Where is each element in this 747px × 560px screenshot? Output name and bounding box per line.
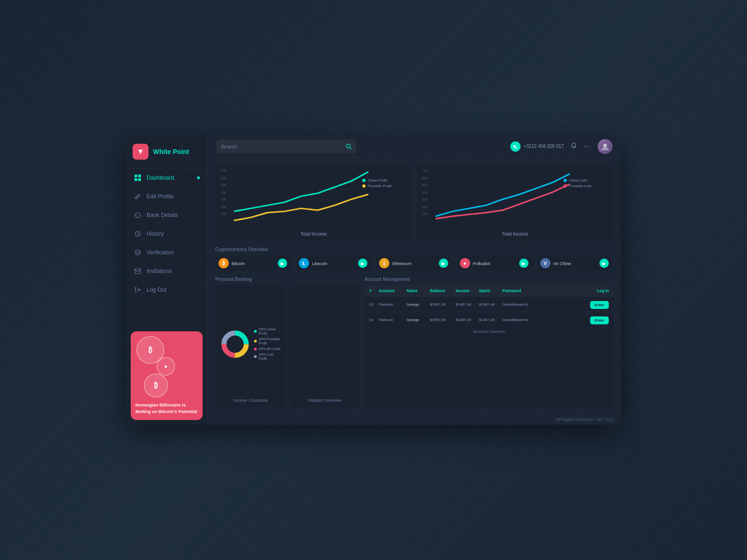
td-id-2: 02 [369,318,379,322]
footer-text: All Rights Reserved / WP 2021 [556,417,613,422]
personal-banking-section: Personal Banking [215,277,360,407]
chart-svg-right [436,169,570,230]
bitcoin-name: Bitcoin [232,261,245,266]
crypto-bitcoin[interactable]: ₿ Bitcoin ▶ [215,255,292,271]
history-label: History [147,231,164,237]
sidebar-header: ▼ White Point [126,135,207,168]
ethereum-arrow[interactable]: ▶ [439,259,448,268]
litecoin-arrow[interactable]: ▶ [358,259,367,268]
mini-cards-row: 25% Clean Profit 25% Possible Profit [215,285,360,407]
bottom-row: Personal Banking [215,277,613,407]
clean-lost-label: Clean Lost [569,178,587,182]
logo-icon: ▼ [133,144,148,160]
td-login-1: Enter [542,300,609,309]
polkadot-arrow[interactable]: ▶ [519,259,529,268]
footer: All Rights Reserved / WP 2021 [208,414,621,425]
promo-coin-2: ● [156,357,175,376]
chart-legend-right: Clean Lost Possible Lost [564,178,608,188]
legend-lost-profit [254,355,257,358]
sidebar-item-bank-details[interactable]: i Bank Details [126,206,207,224]
svg-rect-3 [138,178,141,181]
crypto-ethereum[interactable]: Ξ Ethereum ▶ [376,255,452,271]
possible-lost-dot [564,184,567,188]
sidebar: ▼ White Point Dashboard [126,135,208,425]
dashboard: ▼ White Point Dashboard [126,135,621,425]
logout-label: Log Out [147,287,167,293]
bitcoin-arrow[interactable]: ▶ [278,259,287,268]
clean-profit-dot [362,179,366,182]
legend-clean-profit [254,330,257,333]
crypto-polkadot[interactable]: ● Polkadot ▶ [457,255,533,271]
promo-card: ₿ ● ₿ Norwegian Billionaire Is Betting o… [131,331,203,420]
account-section-title: Account Management [365,277,613,282]
td-balance-2: $3567,06 [430,318,456,322]
legend-lost-profit-label: 25% Lost Profit [259,352,281,361]
accounts-overview-label: Accounts Overview [365,327,613,336]
svg-rect-0 [134,175,137,177]
bitcoin-icon: ₿ [218,258,229,268]
th-spent: Spent [479,288,502,293]
notification-icon[interactable] [571,142,577,150]
td-login-2: Enter [542,315,609,324]
chart-legend-left: Clean Profit Possible Profit [362,178,407,188]
chart-total-income-left: 70k 60k 50k 40k 30k 20k 10k [215,164,412,241]
phone-icon [510,141,521,152]
phone-badge: +3212 458 326 017 [510,141,564,152]
svg-point-27 [227,336,243,352]
invitations-icon [134,267,142,275]
possible-lost-label: Possible Lost [569,184,592,188]
litecoin-name: Litecoin [312,261,327,266]
th-name: Name [407,288,430,293]
nav-menu: Dashboard Edit Profile [126,168,207,299]
history-icon [134,230,142,238]
vechine-arrow[interactable]: ▶ [599,259,609,268]
possible-profit-label: Possible Profit [368,184,392,188]
banking-title: Personal Banking [215,277,360,282]
sidebar-item-history[interactable]: History [126,224,207,243]
svg-text:i: i [136,214,137,217]
enter-button-1[interactable]: Enter [590,301,609,309]
legend-clean-profit-label: 25% Clean Profit [259,327,281,336]
sidebar-item-verification[interactable]: Verification [126,243,207,262]
topbar-right: +3212 458 326 017 ··· [510,139,613,154]
y-labels-right: 70k 60k 50k 40k 30k 20k 10k [423,169,435,216]
enter-button-2[interactable]: Enter [590,316,609,324]
possible-profit-dot [362,184,366,188]
table-header: # Account Name Balance Income Spent Pass… [365,285,613,296]
chart-title-left: Total Income [221,231,407,237]
legend-all-costs-label: 25% All Costs [259,347,280,351]
account-section: Account Management # Account Name Balanc… [365,277,613,407]
sidebar-item-dashboard[interactable]: Dashboard [126,168,207,187]
crypto-section: Cryptocurrency Overview ₿ Bitcoin ▶ Ł [215,247,613,271]
chart-canvas-left: 70k 60k 50k 40k 30k 20k 10k [221,169,407,230]
polkadot-icon: ● [460,258,470,268]
td-spent-1: $1467,06 [479,302,502,307]
vechine-icon: V [540,258,550,268]
th-account: Account [379,288,407,293]
sidebar-item-invitations[interactable]: Invitations [126,262,207,280]
income-outcome-title: Income / Outcome [220,398,281,403]
search-wrap[interactable] [216,140,356,154]
income-outcome-card: 25% Clean Profit 25% Possible Profit [215,285,286,407]
polkadot-name: Polkadot [473,261,490,266]
phone-number: +3212 458 326 017 [523,144,564,149]
sidebar-item-edit-profile[interactable]: Edit Profile [126,187,207,206]
search-input[interactable] [221,144,342,149]
topbar: +3212 458 326 017 ··· [208,135,621,158]
account-table: # Account Name Balance Income Spent Pass… [365,285,613,407]
clean-profit-label: Clean Profit [368,178,388,182]
td-income-2: $1467,06 [456,318,479,322]
td-name-1: George [407,302,430,307]
edit-profile-label: Edit Profile [147,193,174,200]
crypto-vechine[interactable]: V Ve Chine ▶ [537,255,613,271]
verification-label: Verification [147,249,174,256]
ethereum-icon: Ξ [379,258,389,268]
td-password-1: GrandMaster01 [502,302,542,307]
th-password: Password [502,288,542,293]
crypto-litecoin[interactable]: Ł Litecoin ▶ [296,255,372,271]
svg-point-7 [135,250,141,255]
logout-icon [134,286,142,294]
sidebar-item-logout[interactable]: Log Out [126,280,207,299]
more-icon[interactable]: ··· [584,142,591,151]
chart-title-right: Total Income [423,231,608,237]
